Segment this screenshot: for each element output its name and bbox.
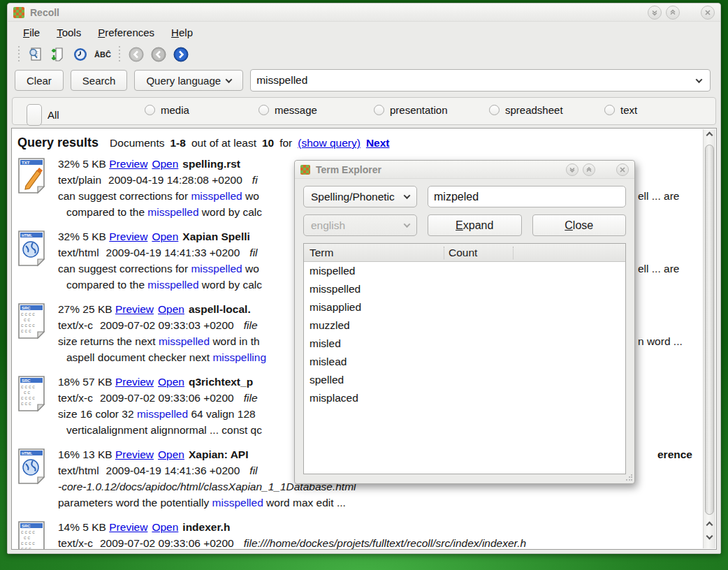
svg-text:c c: c c — [24, 317, 30, 322]
clear-button[interactable]: Clear — [15, 70, 64, 91]
search-combobox[interactable] — [250, 69, 711, 92]
maximize-button[interactable] — [666, 6, 680, 20]
toolbar-separator — [117, 46, 122, 63]
query-language-dropdown[interactable]: Query language — [134, 70, 243, 91]
svg-text:c c: c c — [24, 390, 30, 395]
recoll-app-icon — [13, 7, 24, 18]
radio-presentation[interactable]: presentation — [374, 104, 448, 116]
term-input[interactable] — [434, 187, 620, 207]
radio-media[interactable]: media — [145, 104, 189, 116]
open-link[interactable]: Open — [158, 376, 184, 388]
sort-parameters-icon[interactable] — [48, 45, 68, 64]
menu-help[interactable]: Help — [164, 24, 200, 41]
scroll-up-arrow[interactable] — [704, 519, 715, 530]
chevron-down-icon[interactable] — [696, 76, 703, 83]
result-title: q3richtext_p — [189, 376, 253, 388]
history-clock-icon[interactable] — [71, 45, 90, 64]
dialog-titlebar[interactable]: Term Explorer — [295, 161, 634, 179]
chevron-down-icon — [226, 76, 233, 83]
search-input[interactable] — [256, 74, 691, 87]
dialog-maximize-button[interactable] — [583, 163, 595, 176]
dialog-minimize-button[interactable] — [566, 163, 578, 176]
term-row[interactable]: spelled — [304, 371, 625, 389]
results-header: Query results Documents 1-8 out of at le… — [17, 129, 698, 156]
svg-text:c c c c: c c c c — [21, 384, 35, 389]
minimize-button[interactable] — [648, 6, 662, 20]
column-term[interactable]: Term — [304, 247, 444, 259]
radio-spreadsheet[interactable]: spreadsheet — [489, 104, 563, 116]
search-button[interactable]: Search — [71, 70, 128, 91]
term-row[interactable]: misled — [304, 335, 625, 353]
chevron-down-icon — [404, 192, 411, 199]
radio-icon — [145, 105, 155, 115]
open-link[interactable]: Open — [158, 303, 184, 315]
expansion-type-dropdown[interactable]: Spelling/Phonetic — [303, 186, 417, 207]
term-row[interactable]: muzzled — [304, 316, 625, 335]
preview-link[interactable]: Preview — [115, 376, 154, 388]
term-row[interactable]: mislead — [304, 353, 625, 371]
chevron-down-icon — [404, 221, 411, 228]
preview-link[interactable]: Preview — [115, 303, 154, 315]
preview-link[interactable]: Preview — [109, 521, 147, 533]
radio-text[interactable]: text — [604, 104, 637, 116]
main-titlebar[interactable]: Recoll — [8, 3, 720, 22]
dialog-close-button[interactable] — [616, 163, 629, 176]
menu-preferences[interactable]: Preferences — [91, 24, 161, 41]
nav-first-button[interactable] — [126, 45, 146, 64]
source-file-icon: SRC c c c cc cc c c cc c c — [17, 376, 45, 412]
svg-text:c c c: c c c — [21, 546, 31, 549]
open-link[interactable]: Open — [152, 158, 178, 170]
toolbar: ÅBĈ — [8, 43, 720, 66]
results-scrollbar[interactable] — [703, 129, 715, 548]
result-title: spelling.rst — [182, 158, 240, 170]
close-button[interactable]: Close — [532, 214, 627, 236]
text-file-icon: TXT — [17, 158, 45, 194]
open-link[interactable]: Open — [152, 231, 178, 242]
dialog-title: Term Explorer — [316, 164, 566, 175]
snippet-fragment: n word ... — [638, 335, 683, 348]
svg-text:c c c: c c c — [21, 401, 31, 406]
show-query-link[interactable]: (show query) — [298, 137, 361, 149]
term-explorer-spell-icon[interactable]: ÅBĈ — [93, 45, 112, 64]
svg-text:HTML: HTML — [22, 451, 33, 455]
term-row[interactable]: misspelled — [304, 280, 625, 298]
term-row[interactable]: misapplied — [304, 298, 625, 316]
radio-icon — [374, 105, 384, 115]
scroll-up-arrow[interactable] — [704, 129, 715, 140]
svg-text:TXT: TXT — [22, 161, 30, 165]
column-count[interactable]: Count — [444, 247, 514, 259]
term-input-wrap[interactable] — [428, 186, 626, 207]
svg-text:SRC: SRC — [22, 306, 31, 310]
radio-all[interactable]: All — [27, 104, 59, 126]
nav-next-button[interactable] — [171, 45, 191, 64]
radio-message[interactable]: message — [259, 104, 317, 116]
radio-icon — [604, 105, 615, 115]
scroll-down-arrow[interactable] — [704, 532, 715, 543]
expand-button[interactable]: Expand — [428, 214, 522, 236]
svg-text:c c c c: c c c c — [21, 529, 35, 534]
open-link[interactable]: Open — [158, 448, 184, 460]
preview-link[interactable]: Preview — [109, 158, 147, 170]
resize-grip[interactable] — [625, 474, 632, 481]
term-table-header[interactable]: Term Count — [304, 244, 625, 262]
term-row[interactable]: misplaced — [304, 389, 625, 407]
recoll-main-window: Recoll File Tools Preferences Help — [7, 3, 721, 554]
scrollbar-thumb[interactable] — [705, 145, 714, 515]
next-page-link[interactable]: Next — [366, 137, 390, 149]
source-file-icon: SRC c c c cc cc c c cc c c — [17, 521, 45, 549]
radio-icon — [489, 105, 500, 115]
open-link[interactable]: Open — [152, 521, 178, 533]
close-window-button[interactable] — [701, 6, 715, 20]
menu-file[interactable]: File — [16, 24, 47, 41]
html-file-icon: HTML — [17, 448, 45, 485]
menu-tools[interactable]: Tools — [50, 24, 88, 41]
window-title: Recoll — [30, 7, 648, 18]
preview-document-icon[interactable] — [26, 45, 45, 64]
nav-prev-button[interactable] — [149, 45, 168, 64]
term-row[interactable]: mispelled — [304, 262, 625, 280]
preview-link[interactable]: Preview — [115, 448, 154, 460]
preview-link[interactable]: Preview — [109, 231, 147, 242]
result-row: SRC c c c cc cc c c cc c c 14% 5 KB Prev… — [17, 520, 698, 549]
term-explorer-dialog: Term Explorer Spelling/Phonetic english … — [294, 160, 635, 484]
toolbar-handle — [16, 46, 22, 63]
